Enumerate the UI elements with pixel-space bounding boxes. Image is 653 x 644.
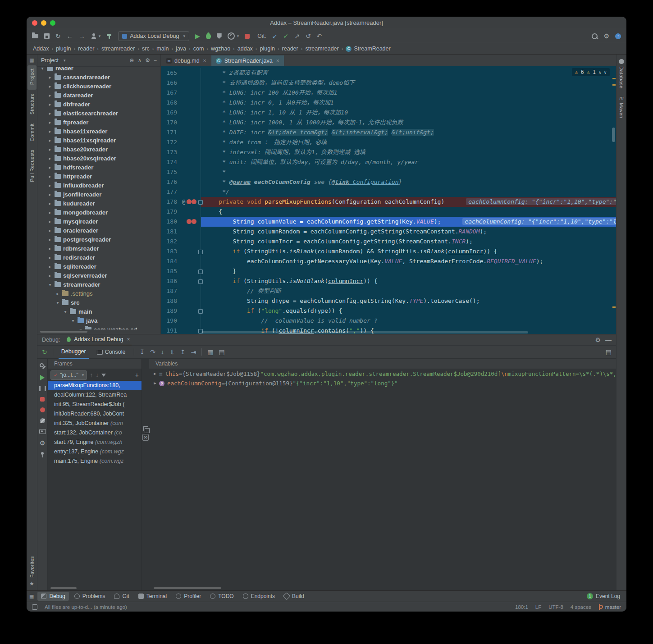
mute-breakpoints-icon[interactable] (40, 418, 45, 423)
status-icon[interactable] (32, 604, 37, 610)
line-number[interactable]: 187 (161, 286, 181, 296)
code-line-176[interactable]: 176 * @param eachColumnConfig see {@link… (161, 177, 616, 187)
caret-position[interactable]: 180:1 (515, 604, 528, 610)
code-line-184[interactable]: 184 eachColumnConfig.getNecessaryValue(K… (161, 256, 616, 266)
close-icon[interactable]: × (276, 58, 279, 64)
show-all-frames-icon[interactable]: ∞ (142, 434, 149, 441)
line-number[interactable]: 182 (161, 237, 181, 247)
status-tab-debug[interactable]: Debug (37, 592, 68, 601)
chevron-icon[interactable]: ▸ (48, 75, 52, 80)
chevron-icon[interactable]: ▸ (48, 93, 52, 98)
tool-button-favorites[interactable]: Favorites (29, 556, 35, 578)
coverage-button[interactable] (217, 33, 222, 39)
history-icon[interactable]: ↺ (306, 33, 311, 39)
method-breakpoint-icon[interactable] (192, 199, 196, 204)
layout-settings-icon[interactable]: ▤ (219, 349, 224, 355)
code-line-166[interactable]: 166 * 支持递增函数，当前仅支持整数类型，demo如下 (161, 78, 616, 88)
step-out-icon[interactable]: ↥ (180, 348, 186, 356)
line-number[interactable]: 170 (161, 118, 181, 128)
project-hscrollbar[interactable] (40, 330, 158, 333)
tab-console[interactable]: Console (94, 346, 128, 358)
run-config-selector[interactable]: Addax Local Debug ▾ (118, 31, 189, 41)
variables-hscrollbar[interactable] (154, 587, 612, 589)
code-line-178[interactable]: 178@ private void parseMixupFunctions(Co… (161, 197, 616, 207)
frame-row[interactable]: start:79, Engine (com.wgzh (48, 438, 142, 447)
line-number[interactable]: 165 (161, 68, 181, 78)
line-number[interactable]: 177 (161, 187, 181, 197)
tree-item-reader[interactable]: ▾reader (37, 67, 160, 73)
code-line-185[interactable]: 185 } (161, 266, 616, 276)
breadcrumb-class-item[interactable]: CStreamReader (346, 46, 390, 52)
chevron-icon[interactable]: ▸ (48, 201, 52, 206)
gutter[interactable] (181, 247, 201, 256)
tab-streamreader-java[interactable]: C StreamReader.java × (211, 55, 284, 66)
chevron-icon[interactable]: ▸ (48, 219, 52, 224)
frame-down-icon[interactable]: ↓ (96, 372, 99, 378)
code-line-169[interactable]: 169 * LONG: incr 1, 10 从 1 开始，每次加10 (161, 108, 616, 118)
tree-item-hbase11xsqlreader[interactable]: ▸hbase11xsqlreader (37, 136, 160, 145)
tree-item-main[interactable]: ▾main (37, 307, 160, 316)
variable-row[interactable]: ▶peachColumnConfig = {Configuration@1159… (149, 379, 616, 388)
gutter[interactable] (181, 78, 201, 88)
code-line-179[interactable]: 179 { (161, 207, 616, 217)
status-tab-profiler[interactable]: Profiler (172, 592, 205, 601)
git-commit-icon[interactable]: ✓ (283, 33, 288, 39)
chevron-icon[interactable]: ▸ (48, 210, 52, 215)
indent-setting[interactable]: 4 spaces (571, 604, 591, 610)
search-icon[interactable] (592, 33, 598, 39)
line-number[interactable]: 167 (161, 88, 181, 98)
tree-item-postgresqlreader[interactable]: ▸postgresqlreader (37, 235, 160, 244)
tool-window-quick-access-icon[interactable]: ▦ (29, 594, 34, 599)
tab-debug-md[interactable]: M debug.md × (162, 55, 211, 66)
code-line-165[interactable]: 165 * 2者都没有配置 (161, 68, 616, 78)
code-line-175[interactable]: 175 * (161, 167, 616, 177)
duplicate-view-icon[interactable] (143, 426, 148, 431)
chevron-icon[interactable]: ▸ (48, 102, 52, 107)
maximize-window-icon[interactable] (50, 20, 55, 26)
chevron-icon[interactable]: ▾ (48, 282, 52, 287)
status-tab-git[interactable]: Git (110, 592, 132, 601)
gutter[interactable] (181, 227, 201, 237)
open-icon[interactable] (32, 34, 38, 38)
tool-button-structure[interactable]: Structure (27, 90, 37, 119)
vcs-status-message[interactable]: All files are up-to-d... (a minute ago) (45, 604, 127, 610)
chevron-icon[interactable]: ▸ (48, 147, 52, 152)
settings-wrench-icon[interactable] (40, 363, 46, 369)
tree-item-sqlserverreader[interactable]: ▸sqlserverreader (37, 271, 160, 280)
code-line-170[interactable]: 170 * LONG: incr 1000, 1 从 1000开始，每次加-1，… (161, 118, 616, 128)
fold-icon[interactable] (198, 279, 203, 284)
chevron-icon[interactable]: ▸ (48, 237, 52, 242)
status-tab-todo[interactable]: TODO (206, 592, 237, 601)
gutter[interactable] (181, 68, 201, 78)
forward-icon[interactable]: → (79, 33, 85, 39)
gutter[interactable] (181, 98, 201, 108)
tree-item-influxdbreader[interactable]: ▸influxdbreader (37, 181, 160, 190)
gutter[interactable] (181, 326, 201, 334)
breakpoint-icon[interactable] (192, 219, 196, 224)
chevron-icon[interactable]: ▸ (48, 192, 52, 197)
status-tab-problems[interactable]: Problems (71, 592, 109, 601)
line-number[interactable]: 191 (161, 326, 181, 334)
sync-icon[interactable]: ↻ (55, 33, 61, 39)
line-number[interactable]: 176 (161, 177, 181, 187)
line-number[interactable]: 169 (161, 108, 181, 118)
breadcrumb-item[interactable]: src (142, 46, 150, 52)
code-line-181[interactable]: 181 String columnRandom = eachColumnConf… (161, 227, 616, 237)
fold-icon[interactable] (198, 200, 203, 205)
line-number[interactable]: 171 (161, 128, 181, 137)
next-warning-icon[interactable]: ∨ (604, 70, 607, 75)
chevron-icon[interactable]: ▸ (48, 138, 52, 143)
code-line-186[interactable]: 186 if (StringUtils.isNotBlank(columnInc… (161, 276, 616, 286)
code-line-180[interactable]: 180 String columnValue = eachColumnConfi… (161, 217, 616, 227)
tree-item-kudureader[interactable]: ▸kudureader (37, 199, 160, 208)
resume-icon[interactable] (40, 375, 45, 380)
tree-item-redisreader[interactable]: ▸redisreader (37, 253, 160, 262)
frames-hscrollbar[interactable] (50, 587, 139, 589)
status-tab-terminal[interactable]: Terminal (135, 592, 170, 601)
frame-row[interactable]: start:132, JobContainer (co (48, 428, 142, 438)
tree-item-rdbmsreader[interactable]: ▸rdbmsreader (37, 244, 160, 253)
debug-button[interactable] (206, 33, 211, 39)
expand-icon[interactable]: ▶ (153, 372, 157, 376)
code-line-167[interactable]: 167 * LONG: incr 100 从100开始，每次加1 (161, 88, 616, 98)
gutter[interactable] (181, 276, 201, 286)
